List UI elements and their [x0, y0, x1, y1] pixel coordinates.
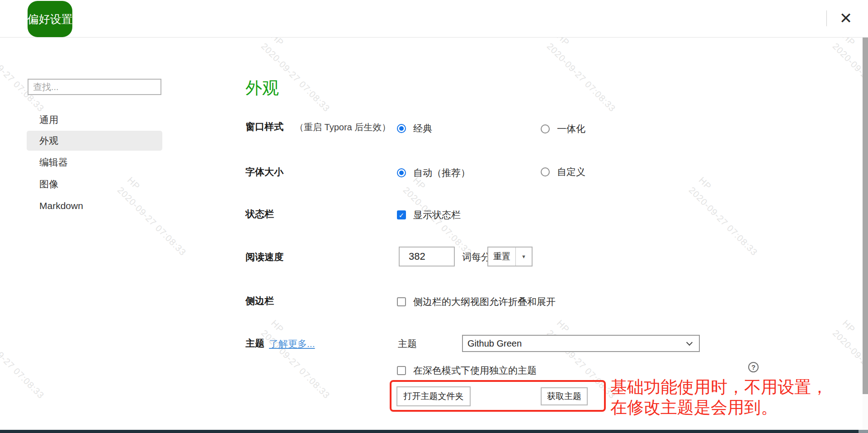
radio-label: 自定义	[557, 166, 585, 178]
reset-button[interactable]: 重置 ▼	[487, 247, 533, 266]
font-size-label: 字体大小	[245, 166, 283, 178]
annotation-text-line2: 在修改主题是会用到。	[610, 396, 778, 419]
checkbox-label: 显示状态栏	[413, 209, 461, 221]
reset-button-label[interactable]: 重置	[488, 247, 516, 266]
reading-speed-label: 阅读速度	[245, 251, 283, 263]
chevron-down-icon	[686, 339, 693, 346]
theme-select[interactable]: Github Green	[462, 335, 700, 352]
annotation-text-line1: 基础功能使用时，不用设置，	[610, 376, 828, 399]
appearance-panel: 外观 窗口样式 （重启 Typora 后生效） 经典 一体化 字体大小 自动（推…	[0, 0, 868, 433]
sidebar-pane-label: 侧边栏	[245, 295, 274, 307]
theme-select-label: 主题	[398, 338, 417, 350]
window-style-label: 窗口样式	[245, 120, 283, 133]
theme-select-value: Github Green	[463, 338, 687, 349]
preferences-window: HP2020-09-27 07:08:33 HP2020-09-27 07:08…	[0, 0, 868, 433]
radio-label: 经典	[413, 122, 432, 135]
help-icon[interactable]: ?	[748, 362, 759, 372]
checkbox-checked-icon: ✓	[397, 210, 406, 219]
reset-dropdown-arrow-icon[interactable]: ▼	[516, 247, 532, 266]
radio-on-icon	[397, 168, 406, 177]
radio-label: 自动（推荐）	[413, 167, 470, 179]
radio-on-icon	[397, 124, 406, 133]
radio-window-unibody[interactable]: 一体化	[541, 123, 585, 135]
checkbox-dark-mode-theme[interactable]: 在深色模式下使用独立的主题	[397, 364, 537, 377]
status-bar-label: 状态栏	[245, 208, 274, 220]
reading-speed-input[interactable]	[399, 247, 455, 266]
bottom-edge-line	[0, 430, 868, 433]
radio-label: 一体化	[557, 123, 585, 135]
page-title: 外观	[245, 77, 279, 100]
scrollbar-thumb[interactable]	[863, 38, 868, 394]
radio-window-classic[interactable]: 经典	[397, 122, 432, 135]
scrollbar-corner	[859, 430, 868, 433]
checkbox-show-status-bar[interactable]: ✓ 显示状态栏	[397, 209, 461, 221]
learn-more-link[interactable]: 了解更多...	[269, 338, 315, 350]
radio-font-auto[interactable]: 自动（推荐）	[397, 167, 470, 179]
checkbox-label: 侧边栏的大纲视图允许折叠和展开	[413, 295, 556, 308]
checkbox-outline-collapse[interactable]: 侧边栏的大纲视图允许折叠和展开	[397, 295, 556, 308]
radio-off-icon	[541, 167, 550, 176]
checkbox-label: 在深色模式下使用独立的主题	[413, 364, 537, 377]
radio-font-custom[interactable]: 自定义	[541, 166, 585, 178]
theme-section-label: 主题	[245, 337, 264, 350]
checkbox-unchecked-icon	[397, 366, 406, 375]
radio-off-icon	[541, 124, 550, 133]
window-style-hint: （重启 Typora 后生效）	[295, 121, 391, 133]
annotation-highlight-box	[390, 380, 606, 412]
checkbox-unchecked-icon	[397, 297, 406, 306]
